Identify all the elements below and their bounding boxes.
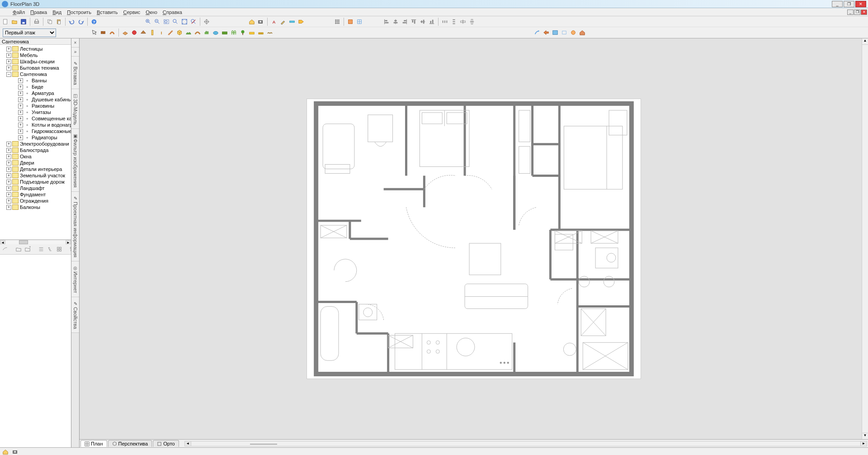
distribute-h-icon[interactable] (441, 18, 449, 26)
zoom-extents-icon[interactable] (180, 18, 189, 26)
expand-toggle-icon[interactable]: + (6, 186, 11, 191)
tree-node-6[interactable]: +⚬Биде (0, 84, 71, 90)
mdi-restore[interactable]: ❐ (854, 9, 860, 15)
copy-icon[interactable] (46, 18, 54, 26)
sb-grid-icon[interactable] (56, 245, 63, 253)
expand-toggle-icon[interactable]: + (6, 59, 11, 64)
dimension-icon[interactable] (288, 18, 296, 26)
floor-tool-icon[interactable] (121, 28, 129, 37)
print-icon[interactable] (33, 18, 41, 26)
camera-icon[interactable] (257, 18, 265, 26)
tree-node-12[interactable]: +⚬Котлы и водонагре (0, 122, 71, 128)
tree-node-15[interactable]: +Электрооборудовани (0, 141, 71, 147)
menu-справка[interactable]: Справка (160, 9, 185, 15)
expand-toggle-icon[interactable]: + (18, 135, 23, 140)
scroll-thumb-h[interactable] (250, 444, 277, 445)
vtab-project-info[interactable]: ✎Проектная информация (71, 192, 79, 261)
path-tool-icon[interactable] (193, 28, 202, 37)
maximize-button[interactable]: ❐ (844, 1, 854, 7)
center-h-icon[interactable] (459, 18, 467, 26)
grid-icon[interactable] (333, 18, 341, 26)
tree-node-2[interactable]: +Шкафы-секции (0, 58, 71, 65)
vtab-3d-model[interactable]: ◫3D-Модель (71, 89, 79, 129)
expand-toggle-icon[interactable]: + (6, 192, 11, 197)
distribute-v-icon[interactable] (450, 18, 458, 26)
expand-toggle-icon[interactable]: + (18, 104, 23, 109)
align-bottom-icon[interactable] (428, 18, 436, 26)
scroll-left-button[interactable]: ◄ (185, 441, 191, 446)
mdi-close[interactable]: ✕ (861, 9, 867, 15)
tree-node-11[interactable]: +⚬Совмещенные каб (0, 115, 71, 122)
3d-house-icon[interactable] (248, 18, 256, 26)
expand-toggle-icon[interactable]: + (6, 199, 11, 204)
tree-node-17[interactable]: +Окна (0, 153, 71, 160)
floorplan-drawing[interactable] (307, 99, 641, 379)
hedge-tool-icon[interactable] (248, 28, 256, 37)
terrain-tool-icon[interactable] (184, 28, 193, 37)
scroll-down-button[interactable]: ▼ (862, 433, 868, 439)
tree-node-21[interactable]: +Подъездные дорож (0, 179, 71, 185)
vtab-insert[interactable]: ✎Вставка (71, 57, 79, 89)
plant-tool-icon[interactable] (239, 28, 247, 37)
scroll-right-button[interactable]: ► (66, 240, 71, 244)
expand-toggle-icon[interactable]: + (6, 148, 11, 153)
sb-tree-icon[interactable] (47, 245, 54, 253)
expand-toggle-icon[interactable]: + (6, 180, 11, 185)
edging-tool-icon[interactable] (257, 28, 265, 37)
zoom-window-icon[interactable] (162, 18, 170, 26)
tree-node-3[interactable]: +Бытовая техника (0, 65, 71, 71)
view-tab-орто[interactable]: Орто (153, 440, 179, 447)
floor-selector[interactable]: Первый этаж (3, 28, 56, 37)
menu-правка[interactable]: Правка (28, 9, 50, 15)
minimize-button[interactable]: _ (832, 1, 843, 7)
expand-toggle-icon[interactable]: + (18, 110, 23, 115)
vtab-image-filter[interactable]: ▣Фильтр изображения (71, 129, 79, 191)
tree-node-23[interactable]: +Фундамент (0, 191, 71, 198)
status-house-icon[interactable] (2, 449, 9, 455)
redo-icon[interactable] (77, 18, 85, 26)
vtab-close[interactable]: × (71, 38, 79, 47)
tree-node-14[interactable]: +⚬Радиаторы (0, 134, 71, 141)
expand-toggle-icon[interactable]: + (6, 173, 11, 178)
canvas-scrollbar-v[interactable]: ▲ ▼ (862, 38, 868, 439)
center-v-icon[interactable] (468, 18, 476, 26)
new-file-icon[interactable] (1, 18, 9, 26)
scroll-left-button[interactable]: ◄ (0, 240, 5, 244)
view-tab-план[interactable]: План (80, 440, 107, 447)
expand-toggle-icon[interactable]: + (6, 205, 11, 210)
menu-вид[interactable]: Вид (50, 9, 64, 15)
expand-toggle-icon[interactable]: + (6, 66, 11, 71)
sb-folder-add-icon[interactable]: + (24, 245, 31, 253)
wall-curved-icon[interactable] (108, 28, 116, 37)
sb-tool-1-icon[interactable] (1, 245, 9, 253)
pan-icon[interactable] (203, 18, 211, 26)
tree-node-7[interactable]: +⚬Арматура (0, 90, 71, 96)
mdi-minimize[interactable]: _ (847, 9, 854, 15)
expand-toggle-icon[interactable]: + (6, 161, 11, 166)
sb-folder-icon[interactable] (15, 245, 22, 253)
scroll-thumb[interactable] (19, 240, 28, 244)
menu-файл[interactable]: Файл (10, 9, 28, 15)
menu-сервис[interactable]: Сервис (121, 9, 143, 15)
beam-tool-icon[interactable]: I (157, 28, 165, 37)
pool-tool-icon[interactable] (212, 28, 220, 37)
align-center-h-icon[interactable] (392, 18, 400, 26)
wall-tool-icon[interactable] (99, 28, 107, 37)
tree-node-24[interactable]: +Ограждения (0, 198, 71, 204)
align-top-icon[interactable] (410, 18, 418, 26)
floor-select-dropdown[interactable]: Первый этаж (3, 28, 56, 37)
pointer-tool-icon[interactable] (90, 28, 98, 37)
snap-grid-icon[interactable] (355, 18, 363, 26)
pen-tool-icon[interactable] (279, 18, 287, 26)
align-left-icon[interactable] (382, 18, 391, 26)
clip-icon[interactable] (560, 28, 568, 37)
view-tab-перспектива[interactable]: Перспектива (108, 440, 152, 447)
expand-toggle-icon[interactable]: + (6, 53, 11, 58)
vtab-properties[interactable]: ✎Свойства (71, 297, 79, 333)
material-icon[interactable] (569, 28, 577, 37)
tree-node-4[interactable]: −Сантехника (0, 71, 71, 77)
scroll-track-v[interactable] (862, 45, 868, 433)
tree-scrollbar-h[interactable]: ◄ ► (0, 240, 71, 244)
vtab-toggle[interactable]: » (71, 47, 79, 57)
tree-node-9[interactable]: +⚬Раковины (0, 103, 71, 109)
